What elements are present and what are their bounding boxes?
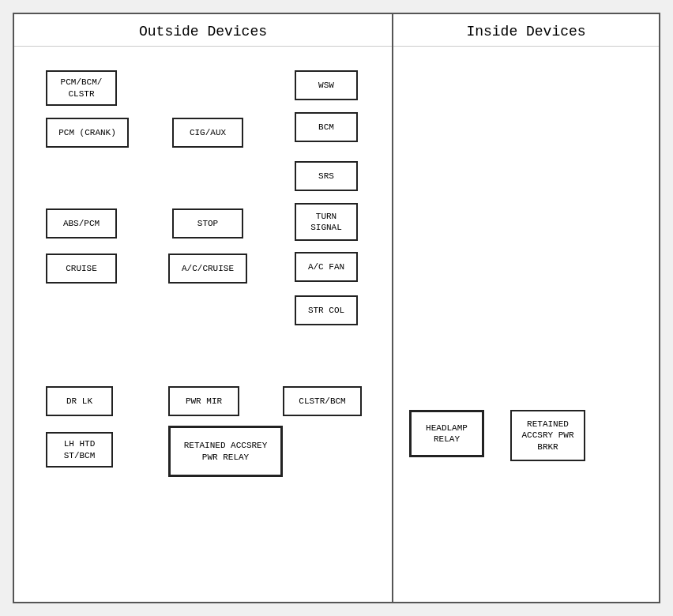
pwr-mir: PWR MIR (168, 386, 239, 416)
str-col: STR COL (295, 295, 358, 325)
diagram-container: Outside Devices PCM/BCM/ CLSTRWSWPCM (CR… (13, 13, 660, 603)
stop: STOP (172, 208, 243, 239)
wsw: WSW (295, 70, 358, 100)
dr-lk: DR LK (46, 386, 113, 416)
outside-header: Outside Devices (14, 14, 392, 47)
abs-pcm: ABS/PCM (46, 208, 117, 239)
inside-header: Inside Devices (393, 14, 659, 47)
ac-cruise: A/C/CRUISE (168, 254, 247, 284)
pcm-bcm-clstr: PCM/BCM/ CLSTR (46, 70, 117, 106)
cruise: CRUISE (46, 254, 117, 284)
main-row: Outside Devices PCM/BCM/ CLSTRWSWPCM (CR… (14, 14, 659, 602)
headlamp-relay: HEADLAMP RELAY (409, 410, 484, 457)
ac-fan: A/C FAN (295, 252, 358, 282)
clstr-bcm: CLSTR/BCM (283, 386, 362, 416)
outside-section: Outside Devices PCM/BCM/ CLSTRWSWPCM (CR… (14, 14, 393, 602)
inside-section: Inside Devices HEADLAMP RELAYRETAINED AC… (393, 14, 659, 602)
retained-accsry-pwr-brkr: RETAINED ACCSRY PWR BRKR (510, 410, 585, 461)
srs: SRS (295, 161, 358, 191)
outside-content: PCM/BCM/ CLSTRWSWPCM (CRANK)CIG/AUXBCMSR… (14, 47, 392, 602)
retained-accsrey: RETAINED ACCSREY PWR RELAY (168, 426, 283, 477)
cig-aux: CIG/AUX (172, 118, 243, 148)
turn-signal: TURN SIGNAL (295, 203, 358, 241)
pcm-crank: PCM (CRANK) (46, 118, 129, 148)
bcm: BCM (295, 112, 358, 142)
inside-content: HEADLAMP RELAYRETAINED ACCSRY PWR BRKR (393, 47, 659, 602)
lh-htd-st-bcm: LH HTD ST/BCM (46, 432, 113, 468)
